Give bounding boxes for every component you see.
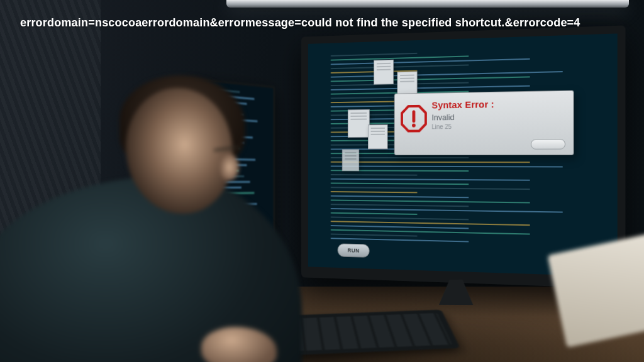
caption-overlay-text: errordomain=nscocoaerrordomain&errormess… [20, 16, 580, 30]
run-button[interactable]: RUN [338, 243, 370, 258]
file-card [348, 109, 370, 138]
code-column [194, 87, 268, 271]
dialog-ok-button[interactable] [531, 139, 565, 150]
file-card [374, 60, 394, 85]
scene-photo: Syntax Error : Invalid Line 25 RUN error… [0, 0, 644, 362]
dialog-subtext: Line 25 [431, 122, 565, 130]
file-card [368, 124, 388, 149]
dialog-title: Syntax Error : [431, 97, 565, 110]
desk-lamp-bar [226, 0, 629, 8]
octagon-exclamation-icon [401, 105, 427, 133]
secondary-monitor [186, 77, 275, 281]
run-button-label: RUN [347, 247, 359, 253]
error-dialog: Syntax Error : Invalid Line 25 [394, 90, 574, 155]
dialog-message: Invalid [431, 111, 565, 123]
file-card [342, 149, 359, 171]
svg-point-2 [412, 124, 416, 128]
screen: Syntax Error : Invalid Line 25 RUN [308, 33, 618, 277]
